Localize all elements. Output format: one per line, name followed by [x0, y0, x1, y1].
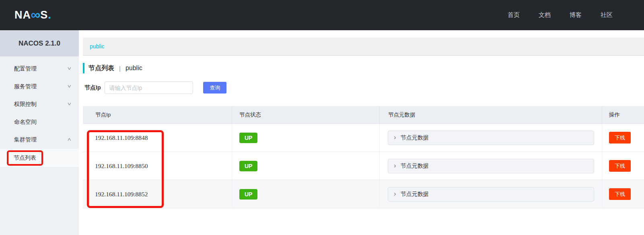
node-ip-value: 192.168.11.109:8850 — [95, 162, 148, 170]
sidebar: NACOS 2.1.0 配置管理 ˅ 服务管理 ˅ 权限控制 ˅ 命名空间 集群… — [0, 30, 79, 235]
table-row: 192.168.11.109:8852 UP › 节点元数据 下线 — [83, 180, 644, 208]
sidebar-item-label: 集群管理 — [14, 136, 37, 143]
column-header-node-metadata: 节点元数据 — [380, 106, 602, 123]
namespace-tab-public[interactable]: public — [90, 43, 105, 50]
sidebar-item-label: 服务管理 — [14, 83, 37, 90]
namespace-tab-bar: public — [83, 37, 644, 56]
sidebar-item-cluster-management[interactable]: 集群管理 ˄ — [0, 131, 79, 149]
version-label: NACOS 2.1.0 — [19, 40, 60, 48]
nav-link-home[interactable]: 首页 — [508, 11, 520, 19]
table-row: 192.168.11.109:8850 UP › 节点元数据 下线 — [83, 152, 644, 180]
sidebar-version-header: NACOS 2.1.0 — [0, 30, 79, 56]
top-navbar: NA∞S. 首页 文档 博客 社区 — [0, 0, 644, 30]
query-button[interactable]: 查询 — [203, 82, 226, 94]
column-header-node-ip: 节点Ip — [83, 106, 232, 123]
metadata-collapse-panel[interactable]: › 节点元数据 — [388, 187, 594, 202]
chevron-down-icon: ˅ — [68, 84, 72, 89]
node-ip-value: 192.168.11.109:8852 — [95, 191, 148, 198]
chevron-up-icon: ˄ — [68, 137, 72, 143]
annotation-box-node-list: 节点列表 — [7, 150, 43, 166]
sidebar-item-label: 权限控制 — [14, 101, 37, 108]
chevron-down-icon: ˅ — [68, 102, 72, 107]
status-badge: UP — [239, 161, 257, 171]
sidebar-item-label: 配置管理 — [14, 65, 37, 73]
sidebar-item-service-management[interactable]: 服务管理 ˅ — [0, 78, 79, 96]
chevron-right-icon: › — [394, 162, 396, 169]
chevron-right-icon: › — [394, 190, 396, 197]
metadata-collapse-panel[interactable]: › 节点元数据 — [388, 131, 594, 145]
page-title: 节点列表 | public — [83, 62, 644, 74]
chevron-down-icon: ˅ — [68, 66, 72, 72]
title-namespace: public — [126, 64, 142, 72]
chevron-right-icon: › — [394, 134, 396, 141]
sidebar-menu: 配置管理 ˅ 服务管理 ˅ 权限控制 ˅ 命名空间 集群管理 ˄ 节点列表 — [0, 56, 79, 167]
offline-button[interactable]: 下线 — [609, 132, 631, 143]
title-separator: | — [119, 65, 121, 72]
sidebar-item-config-management[interactable]: 配置管理 ˅ — [0, 60, 79, 78]
sidebar-item-label: 命名空间 — [14, 119, 37, 126]
column-header-actions: 操作 — [602, 106, 644, 123]
metadata-panel-label: 节点元数据 — [401, 134, 429, 141]
logo-text-right: S — [40, 10, 48, 21]
nav-link-community[interactable]: 社区 — [601, 11, 613, 19]
column-header-node-status: 节点状态 — [232, 106, 380, 123]
node-ip-label: 节点Ip — [84, 84, 101, 92]
infinity-icon: ∞ — [31, 8, 41, 21]
sidebar-subitem-label: 节点列表 — [14, 154, 36, 161]
metadata-collapse-panel[interactable]: › 节点元数据 — [388, 159, 594, 173]
nav-link-blog[interactable]: 博客 — [570, 11, 582, 19]
metadata-panel-label: 节点元数据 — [401, 162, 429, 170]
page-title-text: 节点列表 — [88, 64, 114, 73]
nav-link-docs[interactable]: 文档 — [539, 11, 551, 19]
status-badge: UP — [239, 189, 257, 200]
title-accent-bar — [83, 63, 84, 73]
table-header-row: 节点Ip 节点状态 节点元数据 操作 — [83, 106, 644, 124]
table-row: 192.168.11.109:8848 UP › 节点元数据 下线 — [83, 124, 644, 152]
node-ip-value: 192.168.11.109:8848 — [95, 134, 148, 141]
node-table: 节点Ip 节点状态 节点元数据 操作 192.168.11.109:8848 U… — [83, 106, 644, 208]
offline-button[interactable]: 下线 — [609, 188, 631, 200]
sidebar-item-namespace[interactable]: 命名空间 — [0, 113, 79, 131]
navbar-links: 首页 文档 博客 社区 — [508, 11, 613, 19]
node-ip-input[interactable] — [105, 81, 193, 94]
search-row: 节点Ip 查询 — [83, 81, 644, 94]
main-content: public 节点列表 | public 节点Ip 查询 节点Ip 节点状态 节… — [79, 30, 644, 235]
status-badge: UP — [239, 133, 257, 143]
nacos-logo[interactable]: NA∞S. — [14, 8, 51, 22]
logo-text-left: NA — [14, 10, 31, 21]
sidebar-subitem-node-list[interactable]: 节点列表 — [0, 149, 79, 167]
offline-button[interactable]: 下线 — [609, 160, 631, 172]
metadata-panel-label: 节点元数据 — [401, 191, 429, 198]
logo-dot: . — [48, 10, 51, 21]
sidebar-item-permission-control[interactable]: 权限控制 ˅ — [0, 96, 79, 113]
